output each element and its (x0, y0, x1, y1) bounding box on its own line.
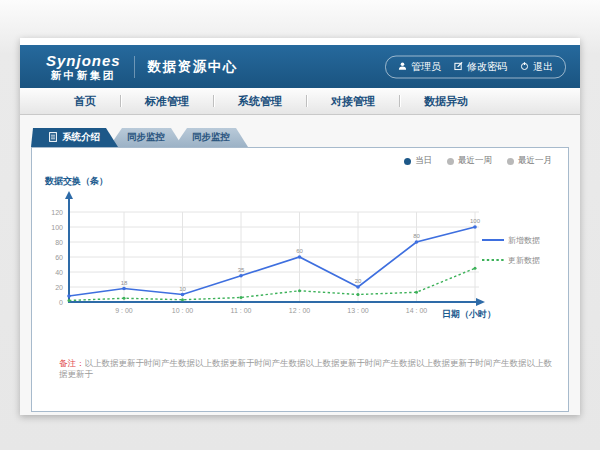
x-tick-label: 11 : 00 (231, 307, 252, 314)
footnote-prefix: 备注： (59, 358, 85, 368)
x-axis-arrow-icon (476, 298, 485, 306)
chart-panel: 当日 最近一周 最近一月 0204060801001209 : 0010 : 0… (31, 147, 569, 412)
data-point (239, 274, 243, 278)
legend-label: 新增数据 (508, 236, 540, 245)
data-point (298, 289, 301, 292)
data-point-label: 100 (470, 218, 481, 224)
x-tick-label: 13 : 00 (347, 307, 369, 314)
footnote-body: 以上数据更新于时间产生数据以上数据更新于时间产生数据以上数据更新于时间产生数据以… (59, 358, 552, 379)
data-point-label: 20 (355, 278, 362, 284)
document-icon (49, 132, 57, 144)
brand-logo-subtext: 新中新集团 (46, 70, 121, 81)
y-tick-label: 0 (59, 299, 63, 306)
y-axis-title: 数据交换（条） (44, 176, 108, 186)
y-tick-label: 120 (51, 209, 63, 216)
data-point (298, 255, 302, 259)
data-point-label: 35 (238, 267, 245, 273)
data-point (415, 291, 418, 294)
brand-logo-text: Synjones (46, 53, 121, 68)
data-point (473, 225, 477, 229)
desktop-background: { "brand": { "logo_primary": "Synjones",… (0, 0, 600, 450)
y-axis-arrow-icon (65, 191, 73, 199)
nav-item-system-management[interactable]: 系统管理 (214, 94, 306, 109)
tab-system-intro[interactable]: 系统介绍 (31, 128, 118, 147)
power-icon (520, 61, 529, 72)
data-point (123, 297, 126, 300)
y-tick-label: 100 (51, 224, 63, 231)
person-icon (398, 61, 407, 72)
nav-item-standard-management[interactable]: 标准管理 (121, 94, 213, 109)
y-tick-label: 40 (55, 269, 63, 276)
legend-label: 更新数据 (508, 256, 540, 265)
data-point-label: 60 (296, 248, 303, 254)
logout-button[interactable]: 退出 (520, 60, 553, 74)
y-tick-label: 80 (55, 239, 63, 246)
user-toolbar: 管理员 修改密码 退出 (385, 55, 566, 78)
y-tick-label: 20 (55, 284, 63, 291)
tab-sync-monitor-1[interactable]: 同步监控 (109, 128, 183, 147)
range-option-label: 最近一月 (518, 155, 552, 167)
content-area: 系统介绍 同步监控 同步监控 当日 最近一周 (20, 115, 580, 415)
range-option-label: 当日 (415, 155, 432, 167)
nav-item-data-change[interactable]: 数据异动 (400, 94, 492, 109)
data-point (415, 240, 419, 244)
line-chart: 0204060801001209 : 0010 : 0011 : 0012 : … (32, 148, 568, 348)
header-divider (134, 56, 135, 78)
data-point (474, 267, 477, 270)
brand-logo: Synjones 新中新集团 (46, 53, 121, 81)
data-point (68, 299, 71, 302)
tab-label: 同步监控 (127, 131, 165, 144)
app-header: Synjones 新中新集团 数据资源中心 管理员 修改密码 (20, 45, 580, 88)
tab-strip: 系统介绍 同步监控 同步监控 (31, 128, 248, 147)
edit-icon (454, 61, 463, 72)
x-axis-title: 日期（小时） (442, 309, 496, 319)
change-password-label: 修改密码 (467, 60, 507, 74)
time-range-filter: 当日 最近一周 最近一月 (404, 155, 552, 167)
range-option-today[interactable]: 当日 (404, 155, 432, 167)
y-tick-label: 60 (55, 254, 63, 261)
data-point-label: 10 (179, 286, 186, 292)
range-option-last-week[interactable]: 最近一周 (447, 155, 492, 167)
tab-label: 同步监控 (192, 131, 230, 144)
data-point (122, 287, 126, 291)
admin-user-button[interactable]: 管理员 (398, 60, 441, 74)
data-point (357, 293, 360, 296)
range-option-label: 最近一周 (458, 155, 492, 167)
data-point (67, 294, 71, 298)
radio-selected-icon (404, 158, 411, 165)
data-point-label: 18 (121, 280, 128, 286)
data-point (181, 298, 184, 301)
tab-sync-monitor-2[interactable]: 同步监控 (174, 128, 248, 147)
footnote: 备注：以上数据更新于时间产生数据以上数据更新于时间产生数据以上数据更新于时间产生… (59, 358, 560, 380)
tab-label: 系统介绍 (62, 131, 100, 144)
data-point (356, 285, 360, 289)
series-line-1 (69, 268, 475, 300)
range-option-last-month[interactable]: 最近一月 (507, 155, 552, 167)
page-title: 数据资源中心 (148, 58, 238, 76)
app-window: Synjones 新中新集团 数据资源中心 管理员 修改密码 (20, 38, 580, 415)
logout-label: 退出 (533, 60, 553, 74)
x-tick-label: 12 : 00 (289, 307, 311, 314)
data-point (240, 296, 243, 299)
data-point-label: 80 (413, 233, 420, 239)
x-tick-label: 9 : 00 (115, 307, 133, 314)
admin-user-label: 管理员 (411, 60, 441, 74)
main-nav: 首页 标准管理 系统管理 对接管理 数据异动 (20, 88, 580, 115)
radio-unselected-icon (447, 158, 454, 165)
radio-unselected-icon (507, 158, 514, 165)
data-point (181, 293, 185, 297)
x-tick-label: 14 : 00 (406, 307, 428, 314)
nav-item-interface-management[interactable]: 对接管理 (307, 94, 399, 109)
x-tick-label: 10 : 00 (172, 307, 194, 314)
change-password-button[interactable]: 修改密码 (454, 60, 507, 74)
nav-item-home[interactable]: 首页 (50, 94, 120, 109)
